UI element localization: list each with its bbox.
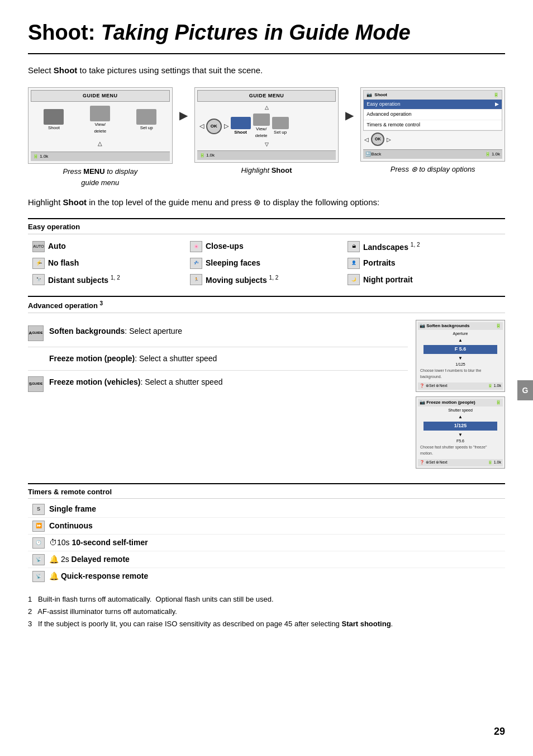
- footnotes: 1 Built-in flash turns off automatically…: [28, 593, 505, 630]
- footnote-3: 3 If the subject is poorly lit, you can …: [28, 618, 505, 630]
- screen-soften: 📷 Soften backgrounds🔋 Aperture ▲ F 5.6 ▼…: [416, 320, 505, 392]
- easy-operation-header: Easy operation: [28, 219, 505, 234]
- option-moving: 🏃 Moving subjects 1, 2: [190, 272, 343, 288]
- diagram-1: GUIDE MENU Shoot View/delete Set up △: [28, 87, 173, 188]
- diagram-2: GUIDE MENU △ ◁ OK ▷ Shoot View/delete Se…: [194, 87, 339, 176]
- highlight-text: Highlight Shoot in the top level of the …: [28, 196, 505, 209]
- continuous-icon: ⏩: [32, 521, 45, 532]
- menu-timers: Timers & remote control: [364, 120, 502, 131]
- screen-soften-footer: ❓ ⊛Set ⊛Next🔋 1.0k: [418, 382, 503, 390]
- noflash-label: No flash: [48, 257, 79, 269]
- diagram-2-caption: Highlight Shoot: [241, 165, 292, 176]
- sleeping-icon: 💤: [190, 258, 202, 269]
- intro-text: Select Shoot to take pictures using sett…: [28, 64, 505, 77]
- option-portraits: 👤 Portraits: [348, 256, 501, 271]
- portraits-icon: 👤: [348, 258, 360, 269]
- option-night: 🌙 Night portrait: [348, 272, 501, 288]
- arrow-2: ▶: [345, 87, 354, 124]
- freeze-vehicles-text: Freeze motion (vehicles): Select a shutt…: [49, 376, 222, 388]
- page-number: 29: [494, 724, 505, 739]
- advanced-content: AGUIDE Soften backgrounds: Select apertu…: [28, 315, 505, 478]
- diagram-1-bottom: 🔋 1.0k: [31, 152, 170, 161]
- option-landscapes: 🏔 Landscapes 1, 2: [348, 239, 501, 255]
- soften-icon: AGUIDE: [28, 325, 44, 341]
- diagram-1-icons: Shoot View/delete Set up: [31, 103, 170, 137]
- diagram-3-header: 📷Shoot 🔋: [364, 91, 502, 100]
- landscapes-label: Landscapes 1, 2: [363, 240, 420, 253]
- diagram-3-bottom: 🔙Back🔋 1.0k: [363, 149, 502, 159]
- single-label: Single frame: [49, 503, 96, 515]
- footnote-1: 1 Built-in flash turns off automatically…: [28, 593, 505, 606]
- advanced-right: 📷 Soften backgrounds🔋 Aperture ▲ F 5.6 ▼…: [416, 320, 505, 473]
- diagram-3-caption: Press ⊛ to display options: [391, 164, 475, 175]
- screen-soften-title: 📷 Soften backgrounds🔋: [418, 322, 503, 330]
- night-label: Night portrait: [363, 274, 413, 286]
- advanced-operation-header: Advanced operation 3: [28, 297, 505, 313]
- screen-freeze-footer: ❓ ⊛Set ⊛Next🔋 1.0k: [418, 459, 503, 466]
- diagram-3-box: 📷Shoot 🔋 Easy operation ▶ Advanced opera…: [360, 87, 505, 162]
- guide-menu-label-2: GUIDE MENU: [197, 90, 336, 102]
- easy-operation-section: Easy operation AUTO Auto 🌸 Close-ups 🏔 L…: [28, 218, 505, 290]
- menu-easy-op: Easy operation ▶: [364, 100, 502, 110]
- delayed-label: 🔔 2s Delayed remote: [49, 554, 130, 565]
- quick-icon: 📡: [32, 571, 45, 582]
- timer-continuous: ⏩ Continuous: [28, 518, 505, 535]
- diagram-1-caption: Press MENU to displayguide menu: [63, 166, 138, 188]
- 10s-icon: 🕐: [32, 537, 45, 549]
- timer-delayed: 📡 🔔 2s Delayed remote: [28, 551, 505, 568]
- freeze-note: Choose fast shutter speeds to "freeze" m…: [419, 444, 502, 457]
- single-icon: S: [32, 504, 45, 515]
- advanced-operation-section: Advanced operation 3 AGUIDE Soften backg…: [28, 296, 505, 478]
- quick-label: 🔔 Quick-response remote: [49, 570, 148, 582]
- screen-freeze: 📷 Freeze motion (people)🔋 Shutter speed …: [416, 396, 505, 469]
- soften-note: Choose lower f-numbers to blur the backg…: [419, 367, 502, 380]
- timer-10s: 🕐 ⏱10s 10-second self-timer: [28, 535, 505, 551]
- guide-menu-label-1: GUIDE MENU: [31, 90, 170, 102]
- sleeping-label: Sleeping faces: [206, 257, 260, 269]
- adv-freeze-people: Freeze motion (people): Select a shutter…: [28, 347, 408, 371]
- noflash-icon: ⚡̶: [32, 258, 45, 269]
- soften-text: Soften backgrounds: Select aperture: [49, 325, 182, 337]
- option-auto: AUTO Auto: [32, 239, 185, 255]
- 10s-label: ⏱10s 10-second self-timer: [49, 537, 148, 549]
- diagram-2-box: GUIDE MENU △ ◁ OK ▷ Shoot View/delete Se…: [194, 87, 339, 163]
- timers-header: Timers & remote control: [28, 484, 505, 499]
- option-distant: 🔭 Distant subjects 1, 2: [32, 272, 185, 288]
- option-sleeping: 💤 Sleeping faces: [190, 256, 343, 271]
- tab-g: G: [517, 380, 533, 400]
- auto-label: Auto: [48, 240, 66, 252]
- adv-soften: AGUIDE Soften backgrounds: Select apertu…: [28, 320, 408, 347]
- diagram-2-bottom: 🔋 1.0k: [197, 150, 336, 160]
- timers-section: Timers & remote control S Single frame ⏩…: [28, 483, 505, 585]
- timer-quick: 📡 🔔 Quick-response remote: [28, 568, 505, 584]
- timer-single: S Single frame: [28, 501, 505, 518]
- night-icon: 🌙: [348, 274, 360, 285]
- delayed-icon: 📡: [32, 554, 45, 565]
- arrow-1: ▶: [179, 87, 188, 124]
- screen-freeze-title: 📷 Freeze motion (people)🔋: [418, 399, 503, 407]
- soften-value: F 5.6: [423, 345, 497, 354]
- adv-freeze-vehicles: SGUIDE Freeze motion (vehicles): Select …: [28, 371, 408, 398]
- screen-soften-body: Aperture ▲ F 5.6 ▼ 1/125 Choose lower f-…: [418, 330, 503, 382]
- option-noflash: ⚡̶ No flash: [32, 256, 185, 271]
- diagram-3: 📷Shoot 🔋 Easy operation ▶ Advanced opera…: [360, 87, 505, 175]
- advanced-left: AGUIDE Soften backgrounds: Select apertu…: [28, 320, 408, 398]
- distant-label: Distant subjects 1, 2: [48, 273, 120, 286]
- diagram-3-menu: 📷Shoot 🔋 Easy operation ▶ Advanced opera…: [363, 90, 502, 131]
- freeze-value: 1/125: [423, 422, 497, 431]
- landscapes-icon: 🏔: [348, 241, 360, 252]
- diagram-1-box: GUIDE MENU Shoot View/delete Set up △: [28, 87, 173, 164]
- moving-icon: 🏃: [190, 274, 202, 285]
- menu-advanced-op: Advanced operation: [364, 110, 502, 120]
- portraits-label: Portraits: [363, 257, 396, 269]
- easy-operation-grid: AUTO Auto 🌸 Close-ups 🏔 Landscapes 1, 2 …: [28, 237, 505, 290]
- screen-freeze-body: Shutter speed ▲ 1/125 ▼ F5.6 Choose fast…: [418, 407, 503, 459]
- freeze-vehicles-icon: SGUIDE: [28, 376, 44, 392]
- title-italic: Taking Pictures in Guide Mode: [101, 21, 411, 44]
- moving-label: Moving subjects 1, 2: [206, 273, 278, 286]
- page-title: Shoot: Taking Pictures in Guide Mode: [28, 17, 505, 54]
- diagrams-row: GUIDE MENU Shoot View/delete Set up △: [28, 87, 505, 188]
- distant-icon: 🔭: [32, 274, 45, 285]
- auto-icon: AUTO: [32, 241, 45, 252]
- continuous-label: Continuous: [49, 520, 93, 532]
